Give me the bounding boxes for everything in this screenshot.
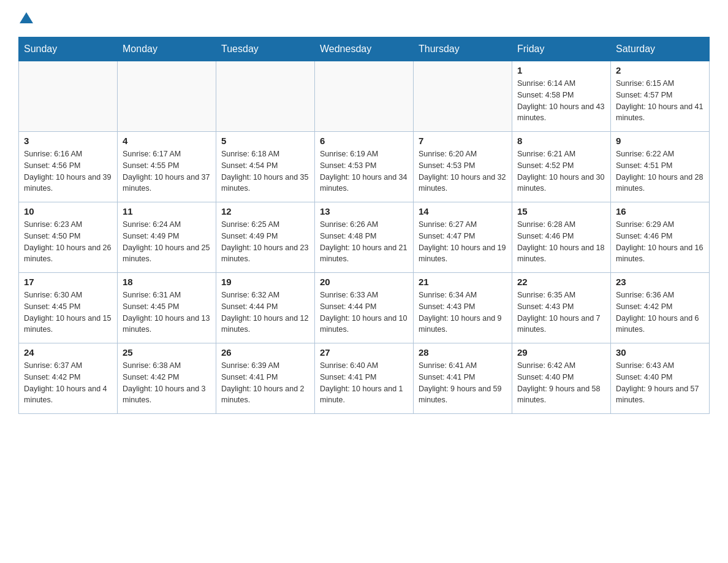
day-info: Sunrise: 6:36 AMSunset: 4:42 PMDaylight:…	[616, 289, 704, 335]
calendar-cell: 5Sunrise: 6:18 AMSunset: 4:54 PMDaylight…	[216, 132, 315, 202]
day-number: 8	[517, 136, 605, 146]
calendar-cell: 29Sunrise: 6:42 AMSunset: 4:40 PMDayligh…	[512, 343, 611, 414]
calendar-table: SundayMondayTuesdayWednesdayThursdayFrid…	[18, 37, 710, 414]
day-number: 6	[320, 136, 408, 146]
day-number: 5	[221, 136, 309, 146]
weekday-header-row: SundayMondayTuesdayWednesdayThursdayFrid…	[19, 37, 710, 61]
calendar-cell	[414, 61, 512, 132]
day-number: 21	[419, 277, 507, 287]
day-info: Sunrise: 6:25 AMSunset: 4:49 PMDaylight:…	[221, 219, 309, 265]
weekday-header-wednesday: Wednesday	[315, 37, 414, 61]
calendar-cell: 10Sunrise: 6:23 AMSunset: 4:50 PMDayligh…	[19, 202, 118, 273]
day-info: Sunrise: 6:42 AMSunset: 4:40 PMDaylight:…	[517, 360, 605, 406]
calendar-cell: 17Sunrise: 6:30 AMSunset: 4:45 PMDayligh…	[19, 273, 118, 343]
calendar-cell: 25Sunrise: 6:38 AMSunset: 4:42 PMDayligh…	[118, 343, 216, 414]
calendar-cell: 7Sunrise: 6:20 AMSunset: 4:53 PMDaylight…	[414, 132, 512, 202]
day-number: 17	[24, 277, 112, 287]
day-info: Sunrise: 6:22 AMSunset: 4:51 PMDaylight:…	[616, 148, 704, 194]
day-info: Sunrise: 6:14 AMSunset: 4:58 PMDaylight:…	[517, 78, 605, 124]
calendar-cell: 8Sunrise: 6:21 AMSunset: 4:52 PMDaylight…	[512, 132, 611, 202]
day-number: 24	[24, 347, 112, 358]
weekday-header-thursday: Thursday	[414, 37, 512, 61]
calendar-cell: 11Sunrise: 6:24 AMSunset: 4:49 PMDayligh…	[118, 202, 216, 273]
day-number: 27	[320, 347, 408, 358]
calendar-cell: 16Sunrise: 6:29 AMSunset: 4:46 PMDayligh…	[611, 202, 710, 273]
day-info: Sunrise: 6:34 AMSunset: 4:43 PMDaylight:…	[419, 289, 507, 335]
calendar-cell: 2Sunrise: 6:15 AMSunset: 4:57 PMDaylight…	[611, 61, 710, 132]
week-row-3: 17Sunrise: 6:30 AMSunset: 4:45 PMDayligh…	[19, 273, 710, 343]
calendar-cell: 21Sunrise: 6:34 AMSunset: 4:43 PMDayligh…	[414, 273, 512, 343]
calendar-cell: 4Sunrise: 6:17 AMSunset: 4:55 PMDaylight…	[118, 132, 216, 202]
day-info: Sunrise: 6:33 AMSunset: 4:44 PMDaylight:…	[320, 289, 408, 335]
weekday-header-saturday: Saturday	[611, 37, 710, 61]
day-number: 11	[123, 206, 211, 216]
day-info: Sunrise: 6:23 AMSunset: 4:50 PMDaylight:…	[24, 219, 112, 265]
calendar-cell: 19Sunrise: 6:32 AMSunset: 4:44 PMDayligh…	[216, 273, 315, 343]
day-number: 9	[616, 136, 704, 146]
day-number: 30	[616, 347, 704, 358]
calendar-cell: 28Sunrise: 6:41 AMSunset: 4:41 PMDayligh…	[414, 343, 512, 414]
day-info: Sunrise: 6:24 AMSunset: 4:49 PMDaylight:…	[123, 219, 211, 265]
day-number: 14	[419, 206, 507, 216]
day-info: Sunrise: 6:32 AMSunset: 4:44 PMDaylight:…	[221, 289, 309, 335]
day-number: 10	[24, 206, 112, 216]
calendar-cell: 20Sunrise: 6:33 AMSunset: 4:44 PMDayligh…	[315, 273, 414, 343]
day-number: 22	[517, 277, 605, 287]
day-info: Sunrise: 6:28 AMSunset: 4:46 PMDaylight:…	[517, 219, 605, 265]
day-number: 28	[419, 347, 507, 358]
day-number: 18	[123, 277, 211, 287]
day-number: 16	[616, 206, 704, 216]
calendar-cell: 14Sunrise: 6:27 AMSunset: 4:47 PMDayligh…	[414, 202, 512, 273]
calendar-cell: 24Sunrise: 6:37 AMSunset: 4:42 PMDayligh…	[19, 343, 118, 414]
calendar-cell: 6Sunrise: 6:19 AMSunset: 4:53 PMDaylight…	[315, 132, 414, 202]
day-info: Sunrise: 6:15 AMSunset: 4:57 PMDaylight:…	[616, 78, 704, 124]
day-number: 4	[123, 136, 211, 146]
logo	[18, 12, 33, 25]
weekday-header-monday: Monday	[118, 37, 216, 61]
day-info: Sunrise: 6:16 AMSunset: 4:56 PMDaylight:…	[24, 148, 112, 194]
day-number: 25	[123, 347, 211, 358]
day-number: 3	[24, 136, 112, 146]
day-info: Sunrise: 6:37 AMSunset: 4:42 PMDaylight:…	[24, 360, 112, 406]
week-row-4: 24Sunrise: 6:37 AMSunset: 4:42 PMDayligh…	[19, 343, 710, 414]
day-info: Sunrise: 6:40 AMSunset: 4:41 PMDaylight:…	[320, 360, 408, 406]
calendar-cell: 1Sunrise: 6:14 AMSunset: 4:58 PMDaylight…	[512, 61, 611, 132]
day-info: Sunrise: 6:41 AMSunset: 4:41 PMDaylight:…	[419, 360, 507, 406]
day-number: 13	[320, 206, 408, 216]
calendar-cell: 3Sunrise: 6:16 AMSunset: 4:56 PMDaylight…	[19, 132, 118, 202]
day-number: 23	[616, 277, 704, 287]
calendar-cell	[118, 61, 216, 132]
calendar-cell	[19, 61, 118, 132]
svg-marker-0	[20, 12, 33, 23]
week-row-1: 3Sunrise: 6:16 AMSunset: 4:56 PMDaylight…	[19, 132, 710, 202]
day-info: Sunrise: 6:20 AMSunset: 4:53 PMDaylight:…	[419, 148, 507, 194]
calendar-cell	[315, 61, 414, 132]
calendar-cell: 15Sunrise: 6:28 AMSunset: 4:46 PMDayligh…	[512, 202, 611, 273]
day-info: Sunrise: 6:26 AMSunset: 4:48 PMDaylight:…	[320, 219, 408, 265]
day-info: Sunrise: 6:27 AMSunset: 4:47 PMDaylight:…	[419, 219, 507, 265]
week-row-0: 1Sunrise: 6:14 AMSunset: 4:58 PMDaylight…	[19, 61, 710, 132]
day-info: Sunrise: 6:31 AMSunset: 4:45 PMDaylight:…	[123, 289, 211, 335]
calendar-cell: 30Sunrise: 6:43 AMSunset: 4:40 PMDayligh…	[611, 343, 710, 414]
day-number: 2	[616, 65, 704, 75]
weekday-header-tuesday: Tuesday	[216, 37, 315, 61]
day-number: 19	[221, 277, 309, 287]
weekday-header-friday: Friday	[512, 37, 611, 61]
page-header	[18, 12, 710, 25]
day-info: Sunrise: 6:18 AMSunset: 4:54 PMDaylight:…	[221, 148, 309, 194]
day-number: 1	[517, 65, 605, 75]
day-number: 12	[221, 206, 309, 216]
day-info: Sunrise: 6:35 AMSunset: 4:43 PMDaylight:…	[517, 289, 605, 335]
calendar-cell: 13Sunrise: 6:26 AMSunset: 4:48 PMDayligh…	[315, 202, 414, 273]
logo-triangle-icon	[20, 11, 33, 25]
calendar-cell: 12Sunrise: 6:25 AMSunset: 4:49 PMDayligh…	[216, 202, 315, 273]
day-info: Sunrise: 6:38 AMSunset: 4:42 PMDaylight:…	[123, 360, 211, 406]
week-row-2: 10Sunrise: 6:23 AMSunset: 4:50 PMDayligh…	[19, 202, 710, 273]
day-info: Sunrise: 6:29 AMSunset: 4:46 PMDaylight:…	[616, 219, 704, 265]
calendar-cell: 27Sunrise: 6:40 AMSunset: 4:41 PMDayligh…	[315, 343, 414, 414]
calendar-cell: 26Sunrise: 6:39 AMSunset: 4:41 PMDayligh…	[216, 343, 315, 414]
day-info: Sunrise: 6:17 AMSunset: 4:55 PMDaylight:…	[123, 148, 211, 194]
day-info: Sunrise: 6:30 AMSunset: 4:45 PMDaylight:…	[24, 289, 112, 335]
day-info: Sunrise: 6:39 AMSunset: 4:41 PMDaylight:…	[221, 360, 309, 406]
calendar-cell: 23Sunrise: 6:36 AMSunset: 4:42 PMDayligh…	[611, 273, 710, 343]
